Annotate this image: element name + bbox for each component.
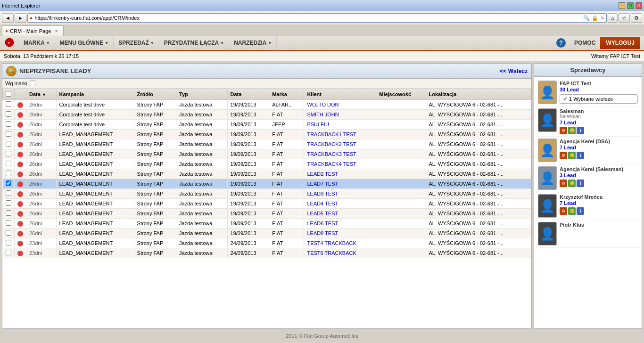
lead-count-link[interactable]: 7 Lead xyxy=(560,200,576,206)
row-klient[interactable]: TRACKBACK3 TEST xyxy=(304,149,376,159)
row-checkbox-cell[interactable] xyxy=(3,229,15,238)
row-klient[interactable]: TEST6 TRACKBACK xyxy=(304,248,376,258)
row-klient[interactable]: TRACKBACK1 TEST xyxy=(304,130,376,139)
table-row[interactable]: 26dni LEAD_MANAGEMENT Strony FAP Jazda t… xyxy=(3,139,531,149)
address-bar[interactable]: ● https://linkentry-euro.fiat.com/appl/C… xyxy=(27,13,607,23)
tab-close-button[interactable]: ✕ xyxy=(55,29,58,33)
table-row[interactable]: 26dni LEAD_MANAGEMENT Strony FAP Jazda t… xyxy=(3,169,531,179)
menu-lacza[interactable]: PRZYDATNE ŁĄCZA ▼ xyxy=(159,35,229,50)
th-klient[interactable]: Klient xyxy=(304,89,376,100)
action-icon-2[interactable]: 😊 xyxy=(568,152,576,159)
row-checkbox[interactable] xyxy=(6,131,11,137)
th-typ[interactable]: Typ xyxy=(176,89,228,100)
row-checkbox-cell[interactable] xyxy=(3,219,15,229)
back-link[interactable]: << Wstecz xyxy=(500,68,528,74)
row-checkbox[interactable] xyxy=(6,200,11,206)
klient-link[interactable]: BSIU FIU xyxy=(307,122,329,127)
row-checkbox-cell[interactable] xyxy=(3,238,15,248)
row-checkbox[interactable] xyxy=(6,250,11,255)
settings-button[interactable]: ⚙ xyxy=(631,13,642,23)
row-klient[interactable]: TRACKBACK4 TEST xyxy=(304,159,376,169)
action-icon-1[interactable]: ⚙ xyxy=(560,207,567,215)
klient-link[interactable]: TRACKBACK4 TEST xyxy=(307,161,356,167)
action-icon-2[interactable]: 😊 xyxy=(568,180,576,187)
row-checkbox[interactable] xyxy=(6,230,11,236)
th-data2[interactable]: Data xyxy=(227,89,269,100)
table-row[interactable]: 26dni LEAD_MANAGEMENT Strony FAP Jazda t… xyxy=(3,189,531,199)
wg-marki-checkbox[interactable] xyxy=(30,81,35,86)
row-checkbox-cell[interactable] xyxy=(3,169,15,179)
menu-sprzedaz[interactable]: SPRZEDAŻ ▼ xyxy=(114,35,159,50)
lead-count-link[interactable]: 3 Lead xyxy=(560,172,576,178)
row-checkbox[interactable] xyxy=(6,121,11,127)
menu-marka[interactable]: MARKA ▼ xyxy=(19,35,55,50)
row-checkbox-cell[interactable] xyxy=(3,110,15,120)
forward-button[interactable]: ► xyxy=(15,13,26,23)
klient-link[interactable]: TRACKBACK1 TEST xyxy=(307,131,356,137)
klient-link[interactable]: LEAD7 TEST xyxy=(307,181,338,187)
action-icon-3[interactable]: ℹ xyxy=(577,127,584,134)
refresh-icon[interactable]: ✕ xyxy=(600,15,604,21)
row-klient[interactable]: LEAD4 TEST xyxy=(304,199,376,209)
table-row[interactable]: 26dni LEAD_MANAGEMENT Strony FAP Jazda t… xyxy=(3,209,531,219)
table-row[interactable]: 26dni Corporate test drive Strony FAP Ja… xyxy=(3,120,531,130)
row-checkbox[interactable] xyxy=(6,171,11,176)
back-button[interactable]: ◄ xyxy=(2,13,14,23)
row-klient[interactable]: BSIU FIU xyxy=(304,120,376,130)
row-klient[interactable]: TEST4 TRACKBACK xyxy=(304,238,376,248)
row-checkbox[interactable] xyxy=(6,151,11,156)
row-checkbox-cell[interactable] xyxy=(3,139,15,149)
klient-link[interactable]: LEAD3 TEST xyxy=(307,191,338,196)
row-checkbox-cell[interactable] xyxy=(3,100,15,110)
action-icon-1[interactable]: ⚙ xyxy=(560,152,567,159)
table-row[interactable]: 23dni LEAD_MANAGEMENT Strony FAP Jazda t… xyxy=(3,238,531,248)
row-checkbox-cell[interactable] xyxy=(3,130,15,139)
help-button[interactable]: ? xyxy=(556,38,566,48)
th-miejscowosc[interactable]: Miejscowość xyxy=(376,89,426,100)
star-button[interactable]: ☆ xyxy=(619,13,630,23)
action-icon-1[interactable]: ⚙ xyxy=(560,127,567,134)
wyloguj-button[interactable]: WYLOGUJ xyxy=(600,37,640,49)
table-row[interactable]: 26dni LEAD_MANAGEMENT Strony FAP Jazda t… xyxy=(3,199,531,209)
row-checkbox-cell[interactable] xyxy=(3,189,15,199)
row-checkbox[interactable] xyxy=(6,101,11,107)
row-checkbox-cell[interactable] xyxy=(3,120,15,130)
table-row[interactable]: 26dni Corporate test drive Strony FAP Ja… xyxy=(3,100,531,110)
row-checkbox-cell[interactable] xyxy=(3,149,15,159)
klient-link[interactable]: WOJTO DON xyxy=(307,102,339,107)
home-button[interactable]: ⌂ xyxy=(608,13,618,23)
table-row[interactable]: 26dni LEAD_MANAGEMENT Strony FAP Jazda t… xyxy=(3,130,531,139)
action-icon-3[interactable]: ℹ xyxy=(577,180,584,187)
pomoc-button[interactable]: POMOC xyxy=(570,37,600,49)
row-klient[interactable]: LEAD8 TEST xyxy=(304,229,376,238)
row-klient[interactable]: TRACKBACK2 TEST xyxy=(304,139,376,149)
row-klient[interactable]: LEAD7 TEST xyxy=(304,179,376,189)
action-icon-2[interactable]: 😊 xyxy=(568,207,576,215)
klient-link[interactable]: TRACKBACK3 TEST xyxy=(307,151,356,157)
action-icon-3[interactable]: ℹ xyxy=(577,152,584,159)
row-checkbox-cell[interactable] xyxy=(3,199,15,209)
table-row[interactable]: 26dni LEAD_MANAGEMENT Strony FAP Jazda t… xyxy=(3,229,531,238)
row-checkbox-cell[interactable] xyxy=(3,159,15,169)
klient-link[interactable]: TRACKBACK2 TEST xyxy=(307,141,356,147)
th-data[interactable]: Data ▼ xyxy=(26,89,57,100)
klient-link[interactable]: LEAD2 TEST xyxy=(307,171,338,177)
row-checkbox[interactable] xyxy=(6,220,11,226)
action-icon-3[interactable]: ℹ xyxy=(577,207,584,215)
row-klient[interactable]: LEAD3 TEST xyxy=(304,189,376,199)
window-controls[interactable]: ─ □ ✕ xyxy=(619,2,642,9)
maximize-button[interactable]: □ xyxy=(627,2,634,9)
row-checkbox[interactable] xyxy=(6,161,11,166)
menu-glowne[interactable]: MENU GŁÓWNE ▼ xyxy=(55,35,114,50)
row-checkbox-cell[interactable] xyxy=(3,209,15,219)
table-row[interactable]: 26dni LEAD_MANAGEMENT Strony FAP Jazda t… xyxy=(3,219,531,229)
action-icon-2[interactable]: 😊 xyxy=(568,127,576,134)
table-row[interactable]: 26dni LEAD_MANAGEMENT Strony FAP Jazda t… xyxy=(3,159,531,169)
th-marka[interactable]: Marka xyxy=(269,89,304,100)
table-row[interactable]: 26dni LEAD_MANAGEMENT Strony FAP Jazda t… xyxy=(3,149,531,159)
th-lokalizacja[interactable]: Lokalizacja xyxy=(426,89,531,100)
table-row[interactable]: 26dni Corporate test drive Strony FAP Ja… xyxy=(3,110,531,120)
klient-link[interactable]: TEST4 TRACKBACK xyxy=(307,240,356,246)
lead-count-link[interactable]: 7 Lead xyxy=(560,145,576,150)
row-checkbox[interactable] xyxy=(6,240,11,245)
